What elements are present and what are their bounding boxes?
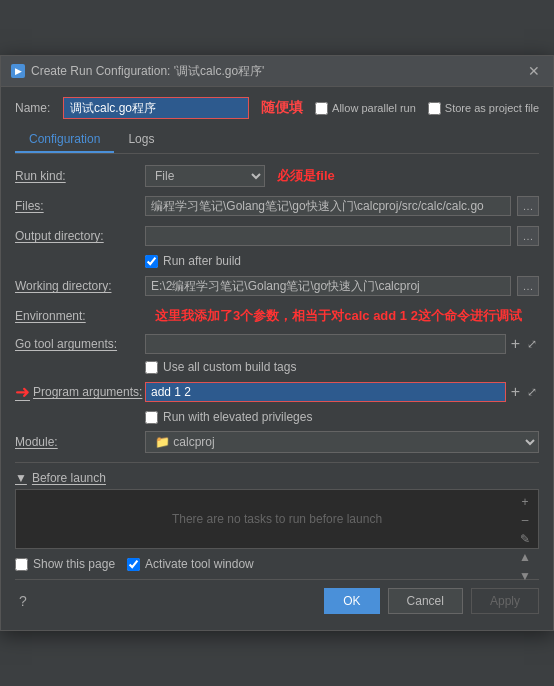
cancel-button[interactable]: Cancel: [388, 588, 463, 614]
files-browse-button[interactable]: …: [517, 196, 539, 216]
before-launch-toggle-icon[interactable]: ▼: [15, 471, 27, 485]
run-kind-select[interactable]: File Package Directory: [145, 165, 265, 187]
show-page-checkbox[interactable]: [15, 558, 28, 571]
run-kind-wrap: File Package Directory 必须是file: [145, 165, 539, 187]
bottom-options: Show this page Activate tool window: [15, 557, 539, 571]
elevated-label[interactable]: Run with elevated privileges: [145, 410, 312, 424]
module-select[interactable]: 📁 calcproj: [145, 431, 539, 453]
section-divider: [15, 462, 539, 463]
before-launch-edit-button[interactable]: ✎: [516, 531, 534, 547]
program-args-add-button[interactable]: +: [509, 384, 522, 400]
custom-tags-label[interactable]: Use all custom build tags: [145, 360, 296, 374]
go-tool-input[interactable]: [145, 334, 506, 354]
working-dir-browse-button[interactable]: …: [517, 276, 539, 296]
module-wrap: 📁 calcproj: [145, 431, 539, 453]
before-launch-up-button[interactable]: ▲: [516, 549, 534, 565]
name-options: Allow parallel run Store as project file: [315, 102, 539, 115]
working-dir-row: Working directory: …: [15, 274, 539, 298]
before-launch-add-button[interactable]: +: [516, 494, 534, 510]
program-args-row: ➜ Program arguments: + ⤢: [15, 380, 539, 404]
show-page-label[interactable]: Show this page: [15, 557, 115, 571]
program-args-wrap: + ⤢: [145, 382, 539, 402]
before-launch-header: ▼ Before launch: [15, 471, 539, 485]
allow-parallel-checkbox[interactable]: [315, 102, 328, 115]
before-launch-remove-button[interactable]: –: [516, 512, 534, 528]
tabs: Configuration Logs: [15, 127, 539, 154]
dialog-icon: ▶: [11, 64, 25, 78]
allow-parallel-label[interactable]: Allow parallel run: [315, 102, 416, 115]
run-kind-row: Run kind: File Package Directory 必须是file: [15, 164, 539, 188]
dialog-title: Create Run Configuration: '调试calc.go程序': [31, 63, 264, 80]
files-wrap: …: [145, 196, 539, 216]
go-tool-expand-button[interactable]: ⤢: [525, 337, 539, 351]
environment-annotation: 这里我添加了3个参数，相当于对calc add 1 2这个命令进行调试: [155, 308, 539, 325]
go-tool-label: Go tool arguments:: [15, 337, 145, 351]
output-dir-label: Output directory:: [15, 229, 145, 243]
dialog-content: Name: 随便填 Allow parallel run Store as pr…: [1, 87, 553, 630]
red-arrow-icon: ➜: [15, 381, 30, 403]
before-launch-section: ▼ Before launch There are no tasks to ru…: [15, 471, 539, 549]
store-project-label[interactable]: Store as project file: [428, 102, 539, 115]
run-kind-annotation: 必须是file: [277, 167, 335, 185]
module-label: Module:: [15, 435, 145, 449]
name-row: Name: 随便填 Allow parallel run Store as pr…: [15, 97, 539, 119]
output-dir-input[interactable]: [145, 226, 511, 246]
ok-button[interactable]: OK: [324, 588, 379, 614]
output-dir-browse-button[interactable]: …: [517, 226, 539, 246]
name-input[interactable]: [63, 97, 249, 119]
working-dir-input[interactable]: [145, 276, 511, 296]
before-launch-body: There are no tasks to run before launch …: [15, 489, 539, 549]
tab-logs[interactable]: Logs: [114, 127, 168, 153]
run-kind-label: Run kind:: [15, 169, 145, 183]
title-bar: ▶ Create Run Configuration: '调试calc.go程序…: [1, 56, 553, 87]
name-label: Name:: [15, 101, 55, 115]
files-row: Files: …: [15, 194, 539, 218]
program-args-expand-button[interactable]: ⤢: [525, 385, 539, 399]
run-after-build-row: Run after build: [15, 254, 539, 268]
environment-label: Environment:: [15, 309, 145, 323]
tab-configuration[interactable]: Configuration: [15, 127, 114, 153]
program-args-input[interactable]: [145, 382, 506, 402]
custom-tags-row: Use all custom build tags: [15, 360, 539, 374]
go-tool-row: Go tool arguments: + ⤢: [15, 334, 539, 354]
help-button[interactable]: ?: [15, 588, 31, 614]
run-after-build-checkbox[interactable]: [145, 255, 158, 268]
files-input[interactable]: [145, 196, 511, 216]
custom-tags-checkbox[interactable]: [145, 361, 158, 374]
activate-tool-checkbox[interactable]: [127, 558, 140, 571]
program-args-label: ➜ Program arguments:: [15, 381, 145, 403]
go-tool-add-button[interactable]: +: [509, 336, 522, 352]
working-dir-label: Working directory:: [15, 279, 145, 293]
apply-button[interactable]: Apply: [471, 588, 539, 614]
before-launch-empty: There are no tasks to run before launch: [172, 512, 382, 526]
output-dir-wrap: …: [145, 226, 539, 246]
annotation-name: 随便填: [261, 99, 303, 117]
go-tool-wrap: + ⤢: [145, 334, 539, 354]
before-launch-down-button[interactable]: ▼: [516, 568, 534, 584]
files-label: Files:: [15, 199, 145, 213]
bottom-buttons: ? OK Cancel Apply: [15, 579, 539, 620]
close-button[interactable]: ✕: [525, 62, 543, 80]
module-row: Module: 📁 calcproj: [15, 430, 539, 454]
store-project-checkbox[interactable]: [428, 102, 441, 115]
working-dir-wrap: …: [145, 276, 539, 296]
before-launch-side-buttons: + – ✎ ▲ ▼: [516, 494, 534, 584]
environment-row: Environment: 这里我添加了3个参数，相当于对calc add 1 2…: [15, 304, 539, 328]
activate-tool-label[interactable]: Activate tool window: [127, 557, 254, 571]
elevated-row: Run with elevated privileges: [15, 410, 539, 424]
run-after-build-label[interactable]: Run after build: [145, 254, 241, 268]
title-bar-left: ▶ Create Run Configuration: '调试calc.go程序…: [11, 63, 264, 80]
output-dir-row: Output directory: …: [15, 224, 539, 248]
elevated-checkbox[interactable]: [145, 411, 158, 424]
run-config-dialog: ▶ Create Run Configuration: '调试calc.go程序…: [0, 55, 554, 631]
